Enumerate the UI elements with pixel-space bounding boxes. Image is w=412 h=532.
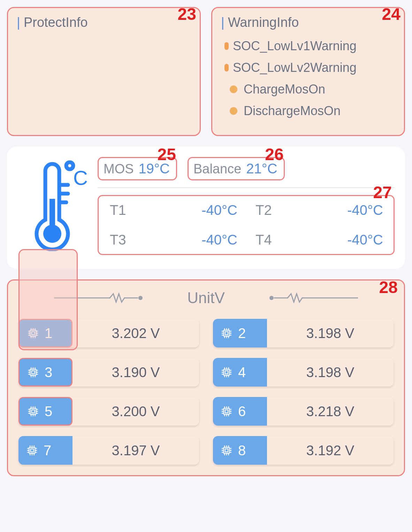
warning-label: DischargeMosOn bbox=[244, 104, 341, 118]
chip-icon bbox=[27, 366, 39, 378]
warning-item: SOC_LowLv1Warning bbox=[221, 39, 395, 53]
temperature-top-row: 25 MOS 19°C 26 Balance 21°C bbox=[98, 157, 395, 188]
bullet-icon bbox=[230, 85, 237, 93]
svg-rect-84 bbox=[225, 410, 228, 413]
svg-rect-69 bbox=[30, 409, 36, 414]
temperature-grid: T1 -40°C T2 -40°C T3 -40°C T4 -40°C bbox=[106, 202, 387, 248]
svg-rect-14 bbox=[32, 332, 35, 335]
svg-rect-70 bbox=[32, 410, 35, 413]
info-row: 23 ProtectInfo 24 WarningInfo SOC_LowLv1… bbox=[7, 7, 405, 136]
cells-grid: 1 3.202 V 2 3.198 V 3 3.190 V 4 3.198 V bbox=[18, 319, 394, 465]
svg-text:C: C bbox=[73, 166, 87, 189]
cell-voltage: 3.198 V bbox=[267, 319, 394, 347]
chip-icon bbox=[221, 366, 232, 378]
t3-value: -40°C bbox=[141, 232, 241, 248]
cell-number: 5 bbox=[45, 404, 52, 419]
chip-icon bbox=[27, 405, 39, 417]
cell-badge: 5 bbox=[18, 397, 73, 426]
cell-row: 2 3.198 V bbox=[213, 319, 394, 347]
chip-icon bbox=[221, 444, 232, 456]
wave-left-icon bbox=[18, 293, 180, 303]
cell-number: 2 bbox=[238, 325, 246, 341]
badge-26: 26 bbox=[265, 145, 283, 164]
badge-27: 27 bbox=[373, 183, 392, 202]
cell-badge: 2 bbox=[213, 319, 267, 347]
unitv-header: UnitV bbox=[18, 289, 394, 307]
cell-number: 7 bbox=[44, 443, 51, 458]
svg-rect-1 bbox=[49, 199, 55, 230]
badge-24: 24 bbox=[382, 5, 400, 24]
svg-rect-28 bbox=[225, 332, 228, 335]
svg-rect-56 bbox=[225, 371, 228, 374]
warning-info-card: 24 WarningInfo SOC_LowLv1Warning SOC_Low… bbox=[211, 7, 405, 136]
svg-rect-13 bbox=[30, 330, 36, 336]
cell-voltage: 3.197 V bbox=[73, 436, 199, 465]
t1-label: T1 bbox=[106, 202, 130, 218]
bullet-icon bbox=[224, 64, 229, 72]
cell-number: 8 bbox=[238, 443, 246, 458]
cell-badge: 4 bbox=[213, 358, 267, 387]
cell-row: 6 3.218 V bbox=[213, 397, 394, 426]
cell-number: 3 bbox=[45, 365, 52, 380]
svg-point-9 bbox=[138, 296, 143, 300]
temperature-card: C 25 MOS 19°C 26 Balance 21°C 27 T1 -40°… bbox=[7, 147, 405, 269]
t2-label: T2 bbox=[251, 202, 276, 218]
cell-voltage: 3.218 V bbox=[267, 397, 394, 426]
cell-row: 8 3.192 V bbox=[213, 436, 394, 465]
balance-temp-box: 26 Balance 21°C bbox=[188, 157, 285, 180]
cell-number: 1 bbox=[45, 325, 52, 341]
cell-voltage: 3.192 V bbox=[267, 436, 394, 465]
warning-item: SOC_LowLv2Warning bbox=[221, 60, 395, 75]
svg-rect-83 bbox=[224, 409, 230, 414]
svg-rect-55 bbox=[224, 369, 230, 375]
protect-info-title: ProtectInfo bbox=[17, 15, 191, 30]
bullet-icon bbox=[230, 107, 237, 115]
chip-icon bbox=[26, 444, 38, 456]
t3-label: T3 bbox=[106, 232, 130, 248]
unitv-card: 28 UnitV 1 3.202 V 2 3.198 V bbox=[7, 279, 405, 476]
svg-rect-98 bbox=[31, 449, 34, 452]
svg-point-5 bbox=[66, 162, 73, 169]
cell-row: 1 3.202 V bbox=[18, 319, 199, 347]
warning-label: SOC_LowLv2Warning bbox=[233, 60, 357, 75]
chip-icon bbox=[221, 327, 232, 339]
warning-label: ChargeMosOn bbox=[244, 82, 325, 97]
temperature-content: 25 MOS 19°C 26 Balance 21°C 27 T1 -40°C … bbox=[98, 157, 395, 255]
cell-voltage: 3.190 V bbox=[73, 358, 199, 387]
balance-label: Balance bbox=[193, 162, 241, 177]
chip-icon bbox=[27, 327, 39, 339]
cell-badge: 6 bbox=[213, 397, 267, 426]
cell-voltage: 3.202 V bbox=[73, 319, 199, 347]
cell-row: 3 3.190 V bbox=[18, 358, 199, 387]
t4-value: -40°C bbox=[287, 232, 387, 248]
bullet-icon bbox=[224, 42, 229, 50]
cell-badge: 7 bbox=[18, 436, 73, 465]
svg-rect-41 bbox=[30, 369, 36, 375]
cell-number: 4 bbox=[238, 365, 246, 380]
unitv-title: UnitV bbox=[187, 289, 225, 307]
t2-value: -40°C bbox=[287, 202, 387, 218]
cell-row: 4 3.198 V bbox=[213, 358, 394, 387]
cell-voltage: 3.198 V bbox=[267, 358, 394, 387]
svg-rect-112 bbox=[225, 449, 228, 452]
svg-rect-97 bbox=[29, 448, 35, 454]
warning-info-title: WarningInfo bbox=[221, 15, 395, 30]
cell-row: 5 3.200 V bbox=[18, 397, 199, 426]
cell-badge: 1 bbox=[18, 319, 73, 347]
cell-row: 7 3.197 V bbox=[18, 436, 199, 465]
cell-number: 6 bbox=[238, 404, 246, 419]
mos-label: MOS bbox=[104, 162, 134, 177]
mos-temp-box: 25 MOS 19°C bbox=[98, 157, 177, 180]
thermometer-icon: C bbox=[17, 160, 87, 251]
protect-info-card: 23 ProtectInfo bbox=[7, 7, 201, 136]
cell-voltage: 3.200 V bbox=[73, 397, 199, 426]
badge-28: 28 bbox=[379, 278, 398, 297]
temperature-grid-box: 27 T1 -40°C T2 -40°C T3 -40°C T4 -40°C bbox=[98, 195, 395, 255]
cell-badge: 8 bbox=[213, 436, 267, 465]
svg-point-10 bbox=[269, 296, 274, 300]
svg-rect-111 bbox=[224, 448, 230, 454]
cell-badge: 3 bbox=[18, 358, 73, 387]
t1-value: -40°C bbox=[141, 202, 241, 218]
warning-label: SOC_LowLv1Warning bbox=[233, 39, 357, 53]
warning-item: ChargeMosOn bbox=[221, 82, 395, 97]
